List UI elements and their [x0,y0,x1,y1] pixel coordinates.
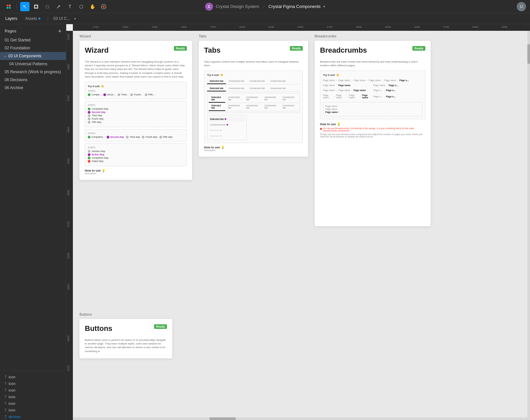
vtab-unselected[interactable]: Unselected tab [209,122,245,127]
frame-tool[interactable] [31,2,41,11]
layer-icon-3[interactable]: T icon [0,387,66,394]
sidebar-item-foundation[interactable]: 02 Foundation [0,44,66,52]
add-page-button[interactable]: + [58,28,61,34]
canvas-area[interactable]: 1750 2000 2250 2500 2750 3000 3250 3500 … [66,24,530,420]
tab-unsel-2b[interactable]: Unselected tab [247,86,268,91]
tab-unsel-1c[interactable]: Unselected tab [268,79,289,84]
layer-label-3: icon [9,388,15,392]
layer-label-1: icon [9,375,15,379]
tab-selected-3[interactable]: Selected tab [209,95,225,103]
bc-v-2-1: Page name [325,108,337,110]
layer-icon-4[interactable]: T icon [0,394,66,400]
step-h2-chip-2: Second step [107,136,124,138]
bc-g-4-1: Page n... [373,89,383,91]
scrollbar-thumb-v[interactable] [527,44,530,64]
select-tool[interactable]: ↖ [20,2,29,11]
page-dropdown-icon[interactable]: ▾ [74,17,76,21]
tab-unsel-1a[interactable]: Unselected tab [226,79,247,84]
tab-unsel-4a[interactable]: Unselected tab [225,103,243,111]
wizard-steps-h2-box: STEPS Completed... Second step [85,129,187,141]
tab-selected-1[interactable]: Selected tab [207,79,226,84]
pen-tool[interactable] [54,2,63,11]
state-completed: Completed Step [88,157,184,159]
component-tool[interactable]: ⬡ [77,2,86,11]
tab-selected-4[interactable]: Selected tab [209,103,225,111]
figma-menu-icon[interactable] [4,2,13,11]
tab-unsel-1b[interactable]: Unselected tab [247,79,268,84]
step-row-5: Fifth step [88,121,184,124]
layer-type-icon-7: T [5,415,7,419]
scrollbar-thumb-h[interactable] [209,417,236,420]
bc-g-6: Page n... › Page n... [373,94,422,99]
layers-tab[interactable]: Layers [3,15,19,22]
ruler-num-5250: 5250 [502,26,507,28]
wizard-try-it-box: Try it out! 👋 STEPS Comple... Secon... [85,82,187,99]
step-status-4 [88,118,90,120]
sidebar-item-decisions[interactable]: 06 Decisions [0,76,66,84]
tab-row-4: Selected tab Unselected tab Unselected t… [209,103,298,111]
canvas-content[interactable]: Wizard Wizard Ready The Wizard is a user… [73,31,527,417]
wizard-ready-badge: Ready [174,46,187,51]
assets-tab[interactable]: Assets [23,15,42,22]
sidebar-item-archive[interactable]: 06 Archive [0,84,66,92]
tab-unsel-2a[interactable]: Unselected tab [226,86,247,91]
step-chip-label-4: Fourth... [134,93,142,96]
step-h2-chip-1: Completed... [88,136,105,138]
layer-vb-icon[interactable]: T vb-icon [0,413,66,420]
step-dot-3 [118,93,120,96]
ruler-num-4000: 4000 [356,26,362,28]
layer-icon-2[interactable]: T icon [0,380,66,387]
bc-how-desc: Simply use the main Breadcrumbs componen… [320,133,425,138]
archive-label: 06 Archive [5,85,23,90]
wizard-desc: The Wizard is a user interface element u… [85,60,187,79]
bc-sep-1-5: › [397,79,398,81]
wizard-how-desc: Description [85,172,187,175]
step-status-1 [88,108,90,110]
sidebar-item-get-started[interactable]: 01 Get Started [0,36,66,44]
bc-g-3-1: Page name [323,89,335,91]
svg-rect-6 [34,5,38,6]
tab-unsel-4d[interactable]: Unselected tab [280,103,298,111]
tab-unsel-3d[interactable]: Unselected tab [280,95,298,103]
layer-type-icon-4: T [5,395,7,399]
avatar[interactable]: U [517,2,526,11]
page-current-label: 03 UI C... [53,16,70,21]
step-status-3 [88,114,90,117]
bc-g-2-2: Page n... [389,84,398,86]
layer-icon-1[interactable]: T icon [0,374,66,380]
tab-unsel-4b[interactable]: Unselected tab [243,103,262,111]
shape-tool[interactable]: □ [43,2,52,11]
wizard-steps-label-h: STEPS [88,90,184,92]
ruler-num-1750: 1750 [93,26,99,28]
vtab-selected[interactable]: Selected tab [209,117,245,122]
layer-icon-5[interactable]: T icon [0,400,66,407]
svg-rect-7 [34,8,38,9]
tab-unsel-3b[interactable]: Unselected tab [243,95,262,103]
layer-icon-6[interactable]: T icon [0,407,66,413]
tabs-try-it-box: Try it out! 👋 Selected tab Unselected ta… [204,71,303,143]
buttons-frame-label: Buttons [80,312,92,316]
bc-sep-1-3: › [367,79,367,81]
sidebar-item-research[interactable]: 05 Research (Work in progress) [0,68,66,76]
tab-unsel-2c[interactable]: Unselected tab [268,86,289,91]
bc-how-to-section: How to use 💡 Do not use Breadcrumbs-Cell… [320,123,425,138]
tab-unsel-3a[interactable]: Unselected tab [225,95,243,103]
state-label-active: Active Step [92,153,104,156]
tab-selected-2[interactable]: Selected tab [207,86,226,91]
hand-tool[interactable]: ✋ [88,2,97,11]
tab-unsel-3c[interactable]: Unselected tab [262,95,280,103]
vtab-disabled-2: Disabled [209,133,245,138]
step-chip-3: Third... [118,93,129,96]
tab-nested-box: Selected tab Unselected tab Unselected t… [207,93,300,113]
project-dropdown-icon[interactable]: ▾ [323,5,325,8]
sidebar-item-universal-patterns[interactable]: 04 Universal Patterns [0,60,66,68]
wizard-steps-horizontal: Comple... Secon... Third... [88,93,184,96]
bc-v-1-1: Page name [325,105,337,107]
comment-tool[interactable] [99,2,108,11]
wizard-states-box: STEPS Inactive Step Active Step Complete… [85,143,187,166]
ruler-num-v-3250: 3250 [67,34,70,40]
text-tool[interactable]: T [65,2,75,11]
ruler-horizontal: 1750 2000 2250 2500 2750 3000 3250 3500 … [73,24,530,31]
sidebar-item-ui-components[interactable]: ▸ 03 UI Components [0,52,66,60]
tab-unsel-4c[interactable]: Unselected tab [262,103,280,111]
